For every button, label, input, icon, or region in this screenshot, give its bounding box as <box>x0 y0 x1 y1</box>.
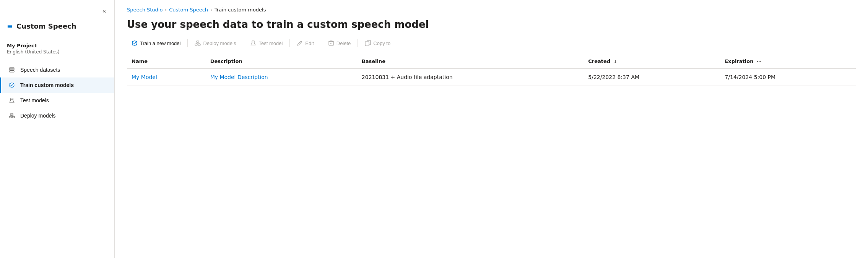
train-new-model-icon <box>132 40 138 46</box>
column-header-created[interactable]: Created ↓ <box>584 55 720 68</box>
svg-rect-22 <box>198 44 200 45</box>
model-created: 5/22/2022 8:37 AM <box>588 74 639 80</box>
column-header-baseline: Baseline <box>357 55 584 68</box>
sort-created-icon: ↓ <box>614 59 617 64</box>
breadcrumb-current: Train custom models <box>215 7 266 13</box>
svg-point-18 <box>136 41 137 42</box>
test-model-icon <box>250 40 256 46</box>
sidebar-item-label: Train custom models <box>20 82 74 88</box>
sidebar-item-label: Test models <box>20 97 49 103</box>
svg-point-7 <box>13 86 14 87</box>
cell-created: 5/22/2022 8:37 AM <box>584 68 720 86</box>
delete-button[interactable]: Delete <box>323 38 356 48</box>
collapse-sidebar-button[interactable]: « <box>101 6 107 16</box>
cell-expiration: 7/14/2024 5:00 PM <box>720 68 856 86</box>
svg-point-19 <box>132 44 133 45</box>
models-table-container: Name Description Baseline Created ↓ Expi… <box>115 55 868 86</box>
sidebar-navigation: Speech datasets Train custom models <box>0 62 114 123</box>
model-name-link[interactable]: My Model <box>132 74 157 80</box>
custom-speech-icon: ≡ <box>7 22 13 30</box>
edit-label: Edit <box>305 40 314 46</box>
svg-point-20 <box>136 44 137 45</box>
sidebar-item-test-models[interactable]: Test models <box>0 93 114 108</box>
project-name: My Project <box>7 43 107 48</box>
breadcrumb-custom-speech[interactable]: Custom Speech <box>169 7 208 13</box>
model-expiration: 7/14/2024 5:00 PM <box>725 74 775 80</box>
copy-to-label: Copy to <box>373 40 390 46</box>
train-icon-nav <box>8 82 16 88</box>
edit-icon <box>297 40 303 46</box>
deploy-models-label: Deploy models <box>203 40 236 46</box>
sidebar: « ≡ Custom Speech My Project English (Un… <box>0 0 115 258</box>
svg-point-4 <box>10 83 10 84</box>
test-icon-nav <box>8 97 16 103</box>
svg-rect-1 <box>10 69 14 71</box>
project-language: English (United States) <box>7 49 107 55</box>
page-title: Use your speech data to train a custom s… <box>115 17 868 38</box>
test-model-label: Test model <box>258 40 283 46</box>
toolbar: Train a new model Deploy models <box>115 38 868 55</box>
svg-rect-9 <box>9 116 11 118</box>
copy-to-icon <box>365 40 371 46</box>
svg-rect-10 <box>12 116 15 118</box>
test-model-button[interactable]: Test model <box>245 38 287 48</box>
deploy-models-button[interactable]: Deploy models <box>190 38 241 48</box>
breadcrumb-speech-studio[interactable]: Speech Studio <box>127 7 163 13</box>
delete-label: Delete <box>336 40 351 46</box>
toolbar-separator-2 <box>243 39 243 47</box>
cell-name: My Model <box>127 68 206 86</box>
column-header-expiration: Expiration ··· <box>720 55 856 68</box>
svg-point-5 <box>13 83 14 84</box>
svg-point-17 <box>132 41 133 42</box>
table-header-row: Name Description Baseline Created ↓ Expi… <box>127 55 856 68</box>
sidebar-header: ≡ Custom Speech <box>0 19 114 38</box>
edit-button[interactable]: Edit <box>292 38 318 48</box>
column-header-description: Description <box>206 55 357 68</box>
svg-rect-11 <box>11 113 13 115</box>
delete-icon <box>328 40 334 46</box>
cell-description: My Model Description <box>206 68 357 86</box>
model-baseline: 20210831 + Audio file adaptation <box>362 74 453 80</box>
svg-rect-0 <box>10 68 14 69</box>
model-description: My Model Description <box>210 74 268 80</box>
sidebar-item-label: Speech datasets <box>20 67 60 73</box>
sidebar-title: Custom Speech <box>16 22 76 30</box>
train-new-model-button[interactable]: Train a new model <box>127 38 185 48</box>
breadcrumb-sep-1: › <box>165 7 167 13</box>
breadcrumb: Speech Studio › Custom Speech › Train cu… <box>115 0 868 17</box>
svg-point-6 <box>10 86 10 87</box>
svg-rect-21 <box>195 44 197 45</box>
project-info: My Project English (United States) <box>0 38 114 58</box>
cell-baseline: 20210831 + Audio file adaptation <box>357 68 584 86</box>
breadcrumb-sep-2: › <box>210 7 212 13</box>
copy-to-button[interactable]: Copy to <box>360 38 395 48</box>
sidebar-item-deploy-models[interactable]: Deploy models <box>0 108 114 123</box>
toolbar-separator-5 <box>358 39 358 47</box>
svg-point-16 <box>132 41 137 45</box>
deploy-icon-nav <box>8 113 16 119</box>
models-table: Name Description Baseline Created ↓ Expi… <box>127 55 856 86</box>
column-header-name: Name <box>127 55 206 68</box>
sort-expiration-icon: ··· <box>757 59 762 64</box>
svg-rect-33 <box>365 42 369 46</box>
sidebar-collapse-area: « <box>0 0 114 19</box>
svg-rect-30 <box>329 42 333 45</box>
sidebar-item-train-custom-models[interactable]: Train custom models <box>0 77 114 93</box>
main-content: Speech Studio › Custom Speech › Train cu… <box>115 0 868 258</box>
deploy-models-icon <box>195 40 201 46</box>
toolbar-separator-4 <box>321 39 321 47</box>
svg-line-29 <box>301 42 301 43</box>
sidebar-item-speech-datasets[interactable]: Speech datasets <box>0 62 114 77</box>
svg-rect-23 <box>197 41 199 42</box>
svg-rect-2 <box>10 71 14 72</box>
sidebar-item-label: Deploy models <box>20 113 56 119</box>
train-new-model-label: Train a new model <box>140 40 180 46</box>
toolbar-separator-1 <box>187 39 188 47</box>
datasets-icon <box>8 67 16 73</box>
table-row[interactable]: My Model My Model Description 20210831 +… <box>127 68 856 86</box>
toolbar-separator-3 <box>289 39 290 47</box>
